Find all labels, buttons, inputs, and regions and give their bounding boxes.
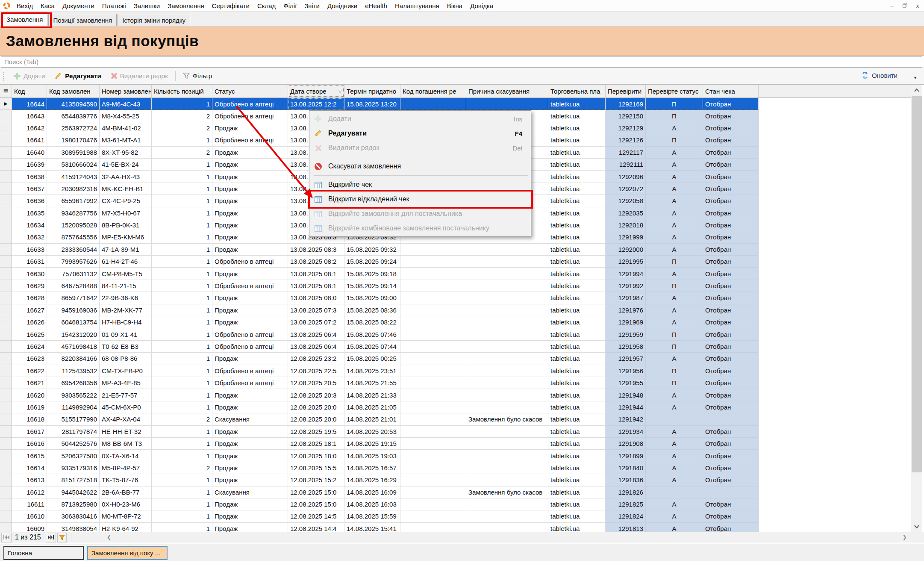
- column-header-5[interactable]: Статус: [212, 85, 288, 97]
- refresh-button[interactable]: Оновити: [861, 71, 898, 79]
- column-header-12[interactable]: Перевірте статус: [646, 85, 703, 97]
- cell: tabletki.ua: [548, 353, 606, 365]
- menu-Вихід[interactable]: Вихід: [13, 2, 37, 9]
- tab-3[interactable]: Історія зміни порядку: [118, 14, 190, 26]
- cell: Отобран: [703, 171, 759, 183]
- table-row[interactable]: 166244571698418T0-62-E8-B31Оброблено в а…: [0, 341, 911, 353]
- cell: M0-MT-8P-72: [100, 510, 152, 522]
- cell: Продаж: [212, 389, 288, 401]
- first-page-button[interactable]: [1, 533, 12, 542]
- cell: 2: [152, 147, 212, 159]
- edit-button[interactable]: Редагувати: [50, 70, 106, 83]
- menu-Звіти[interactable]: Звіти: [300, 2, 324, 9]
- statusbar-orders-button[interactable]: Замовлення від поку ...: [87, 546, 168, 560]
- cell: Продаж: [212, 450, 288, 462]
- table-row[interactable]: 16628865977164222-9B-36-K61Продаж13.08.2…: [0, 292, 911, 304]
- add-button[interactable]: Додати: [9, 70, 50, 83]
- column-header-3[interactable]: Номер замовленн: [100, 85, 152, 97]
- menu-Налаштування[interactable]: Налаштування: [391, 2, 443, 9]
- table-row[interactable]: 166279459169036MB-2M-XK-771Продаж13.08.2…: [0, 304, 911, 316]
- close-button[interactable]: x: [911, 3, 924, 9]
- table-row[interactable]: 166165044252576M8-BB-6M-T31Продаж12.08.2…: [0, 438, 911, 450]
- menu-Замовлення[interactable]: Замовлення: [164, 2, 208, 9]
- table-row[interactable]: 16619114989290445-CM-6X-P01Продаж12.08.2…: [0, 401, 911, 413]
- table-row[interactable]: 166216954268356MP-A3-4E-851Оброблено в а…: [0, 377, 911, 389]
- row-marker: [0, 207, 12, 219]
- table-row[interactable]: 16620930356522221-E5-77-571Продаж12.08.2…: [0, 389, 911, 401]
- filter-button[interactable]: Фільтр: [178, 70, 217, 83]
- row-filler: [759, 280, 911, 292]
- column-header-8[interactable]: Код погашення ре: [400, 85, 466, 97]
- tab-2[interactable]: Позиції замовлення: [48, 14, 117, 26]
- table-row[interactable]: 16633233336054447-1A-39-M11Продаж13.08.2…: [0, 244, 911, 256]
- column-header-9[interactable]: Причина скасування: [466, 85, 548, 97]
- table-row[interactable]: ▶166444135094590A9-M6-4C-431Оброблено в …: [0, 98, 911, 110]
- column-header-1[interactable]: Код: [12, 85, 47, 97]
- menu-Документи[interactable]: Документи: [59, 2, 98, 9]
- table-row[interactable]: 166266046813754H7-HB-C9-H41Продаж13.08.2…: [0, 316, 911, 328]
- cell: 45-CM-6X-P0: [100, 401, 152, 413]
- table-row[interactable]: 1661552063275800X-TA-X6-141Продаж12.08.2…: [0, 450, 911, 462]
- column-header-13[interactable]: Стан чека: [703, 85, 759, 97]
- search-input[interactable]: Поиск (Tab): [1, 56, 922, 68]
- cell: А: [646, 122, 703, 134]
- row-filler: [759, 498, 911, 510]
- delete-row-button[interactable]: Видалити рядок: [106, 70, 173, 83]
- menu-Філії[interactable]: Філії: [280, 2, 300, 9]
- table-row[interactable]: 16631799395762661-H4-2T-461Оброблено в а…: [0, 256, 911, 268]
- statusbar-home-button[interactable]: Головна: [3, 546, 84, 560]
- table-row[interactable]: 166307570631132CM-P8-M5-T51Продаж13.08.2…: [0, 268, 911, 280]
- menu-Залишки[interactable]: Залишки: [130, 2, 164, 9]
- cell: 1: [152, 134, 212, 146]
- last-page-button[interactable]: [46, 533, 56, 542]
- table-row[interactable]: 16625154231202001-09-X1-411Оброблено в а…: [0, 328, 911, 340]
- refresh-dropdown-arrow[interactable]: ▼: [913, 76, 917, 80]
- cell: [703, 486, 759, 498]
- table-row[interactable]: 166221125439532CM-TX-EB-P01Оброблено в а…: [0, 365, 911, 377]
- column-header-2[interactable]: Код замовлен: [47, 85, 100, 97]
- table-row[interactable]: 16629646752848884-11-21-151Оброблено в а…: [0, 280, 911, 292]
- cell: 2811797874: [47, 426, 100, 438]
- table-row[interactable]: 1661294450426222B-6A-BB-771Скасування12.…: [0, 486, 911, 498]
- context-menu-item[interactable]: Скасувати замовлення: [310, 159, 530, 174]
- menu-Довідники[interactable]: Довідники: [324, 2, 361, 9]
- pager-filter-button[interactable]: [57, 533, 67, 542]
- table-row[interactable]: 166149335179316M5-8P-4P-572Продаж12.08.2…: [0, 462, 911, 474]
- hscroll-right-arrow[interactable]: ❯: [902, 534, 907, 540]
- scroll-up-arrow[interactable]: [911, 85, 922, 96]
- column-header-10[interactable]: Торговельна пла: [548, 85, 606, 97]
- cell: 13.08.2025 08:1: [288, 268, 344, 280]
- minimize-button[interactable]: –: [886, 3, 898, 9]
- column-header-4[interactable]: Кількість позицій: [152, 85, 212, 97]
- menu-Склад[interactable]: Склад: [253, 2, 280, 9]
- menu-eHealth[interactable]: eHealth: [361, 2, 391, 9]
- table-row[interactable]: 166185155177990AX-4P-XA-042Скасування12.…: [0, 413, 911, 425]
- table-row[interactable]: 16623822038416668-08-P8-861Продаж12.08.2…: [0, 353, 911, 365]
- cell: 1: [152, 341, 212, 353]
- cell: 16622: [12, 365, 47, 377]
- menu-Сертифікати[interactable]: Сертифікати: [208, 2, 253, 9]
- table-row[interactable]: 166093149838054H2-K9-64-921Продаж12.08.2…: [0, 523, 911, 532]
- context-menu-item[interactable]: РедагуватиF4: [310, 126, 530, 141]
- column-header-7[interactable]: Термін придатно: [344, 85, 400, 97]
- hscroll-left-arrow[interactable]: ❮: [107, 534, 112, 540]
- table-row[interactable]: 166172811797874HE-HH-ET-321Продаж12.08.2…: [0, 426, 911, 438]
- menu-Каса[interactable]: Каса: [37, 2, 59, 9]
- menu-Платежі[interactable]: Платежі: [98, 2, 130, 9]
- table-row[interactable]: 1661187139259800X-H0-23-M61Продаж12.08.2…: [0, 498, 911, 510]
- table-row[interactable]: 166103063830416M0-MT-8P-721Продаж12.08.2…: [0, 510, 911, 522]
- vertical-scroll-thumb[interactable]: [912, 96, 922, 472]
- cell: 2333360544: [47, 244, 100, 256]
- table-row[interactable]: 166138151727518TK-T5-87-761Продаж12.08.2…: [0, 474, 911, 486]
- cell: 8151727518: [47, 474, 100, 486]
- restore-button[interactable]: [898, 3, 911, 9]
- menu-Вікна[interactable]: Вікна: [443, 2, 467, 9]
- vertical-scrollbar[interactable]: [911, 85, 922, 532]
- menu-Довідка[interactable]: Довідка: [466, 2, 497, 9]
- column-header-6[interactable]: Дата створе▽: [288, 85, 344, 97]
- scroll-down-arrow[interactable]: [911, 521, 922, 532]
- column-header-11[interactable]: Перевірити: [606, 85, 646, 97]
- cell: [466, 401, 548, 413]
- cell: 14.08.2025 20:53: [344, 426, 400, 438]
- cell: 16642: [12, 122, 47, 134]
